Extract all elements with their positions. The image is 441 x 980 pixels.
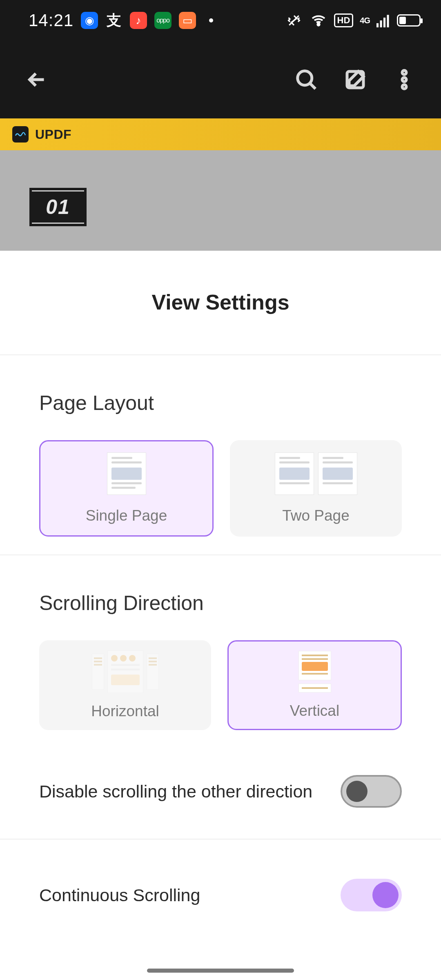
- more-vertical-icon: [392, 67, 416, 92]
- network-4g-label: 4G: [360, 16, 370, 25]
- sheet-title: View Settings: [0, 251, 441, 354]
- svg-point-9: [402, 78, 406, 82]
- continuous-scrolling-row: Continuous Scrolling: [0, 840, 441, 942]
- app-toolbar: [0, 41, 441, 118]
- view-settings-sheet: View Settings Page Layout Single Page Tw…: [0, 251, 441, 942]
- edit-button[interactable]: [335, 59, 376, 100]
- svg-rect-2: [376, 23, 379, 27]
- disable-other-direction-label: Disable scrolling the other direction: [39, 782, 312, 802]
- two-page-option[interactable]: Two Page: [230, 440, 402, 537]
- toggle-knob: [372, 882, 399, 908]
- gesture-nav-handle[interactable]: [147, 969, 294, 973]
- more-notifications-dot: [209, 18, 213, 22]
- horizontal-label: Horizontal: [91, 703, 159, 720]
- disable-other-direction-row: Disable scrolling the other direction: [0, 748, 441, 839]
- disable-other-direction-toggle[interactable]: [341, 775, 402, 808]
- battery-icon: [397, 14, 421, 27]
- edit-icon: [343, 67, 368, 92]
- scrolling-direction-options: Horizontal Vertical: [39, 640, 402, 730]
- svg-rect-3: [380, 20, 382, 27]
- search-button[interactable]: [286, 59, 327, 100]
- status-left: 14:21 ◉ 支 ♪ oppo ▭: [29, 11, 213, 30]
- page-number-value: 01: [46, 195, 70, 219]
- book-app-icon: ▭: [179, 12, 196, 29]
- oppo-icon: oppo: [154, 12, 172, 29]
- single-page-label: Single Page: [86, 507, 167, 524]
- continuous-scrolling-toggle[interactable]: [341, 879, 402, 911]
- back-button[interactable]: [16, 59, 57, 100]
- toggle-knob: [346, 781, 368, 802]
- page-number-chip: 01: [29, 188, 87, 226]
- vertical-option[interactable]: Vertical: [227, 640, 402, 730]
- music-app-icon: ♪: [130, 12, 147, 29]
- alipay-icon: 支: [105, 12, 122, 29]
- updf-logo-icon: [12, 126, 29, 143]
- svg-rect-5: [387, 15, 389, 27]
- search-icon: [294, 67, 318, 92]
- status-bar: 14:21 ◉ 支 ♪ oppo ▭ HD 4G: [0, 0, 441, 41]
- two-page-illustration: [275, 452, 357, 495]
- page-layout-heading: Page Layout: [39, 391, 402, 415]
- page-layout-section: Page Layout Single Page Two Page: [0, 355, 441, 555]
- app-indicator-icon-1: ◉: [81, 12, 98, 29]
- single-page-option[interactable]: Single Page: [39, 440, 214, 537]
- page-layout-options: Single Page Two Page: [39, 440, 402, 537]
- signal-icon: [376, 13, 390, 27]
- single-page-illustration: [107, 452, 146, 495]
- continuous-scrolling-label: Continuous Scrolling: [39, 885, 200, 905]
- scrolling-direction-section: Scrolling Direction Horizontal Vertical: [0, 555, 441, 748]
- vibrate-icon: [285, 12, 303, 29]
- vertical-label: Vertical: [290, 702, 339, 719]
- horizontal-option[interactable]: Horizontal: [39, 640, 211, 730]
- status-right: HD 4G: [285, 12, 421, 29]
- vertical-illustration: [298, 651, 331, 693]
- scrolling-direction-heading: Scrolling Direction: [39, 591, 402, 615]
- svg-point-6: [298, 71, 312, 85]
- arrow-left-icon: [24, 67, 49, 92]
- svg-line-0: [289, 16, 298, 25]
- clock: 14:21: [29, 11, 74, 30]
- hd-icon: HD: [334, 13, 354, 27]
- wifi-icon: [310, 12, 327, 29]
- updf-banner[interactable]: UPDF: [0, 118, 441, 150]
- svg-point-10: [402, 85, 406, 89]
- horizontal-illustration: [92, 650, 159, 693]
- updf-banner-label: UPDF: [35, 127, 71, 142]
- document-preview-area: 01: [0, 150, 441, 251]
- more-menu-button[interactable]: [384, 59, 425, 100]
- svg-rect-4: [383, 18, 385, 27]
- svg-point-8: [402, 71, 406, 75]
- two-page-label: Two Page: [282, 507, 350, 524]
- svg-point-1: [317, 23, 319, 25]
